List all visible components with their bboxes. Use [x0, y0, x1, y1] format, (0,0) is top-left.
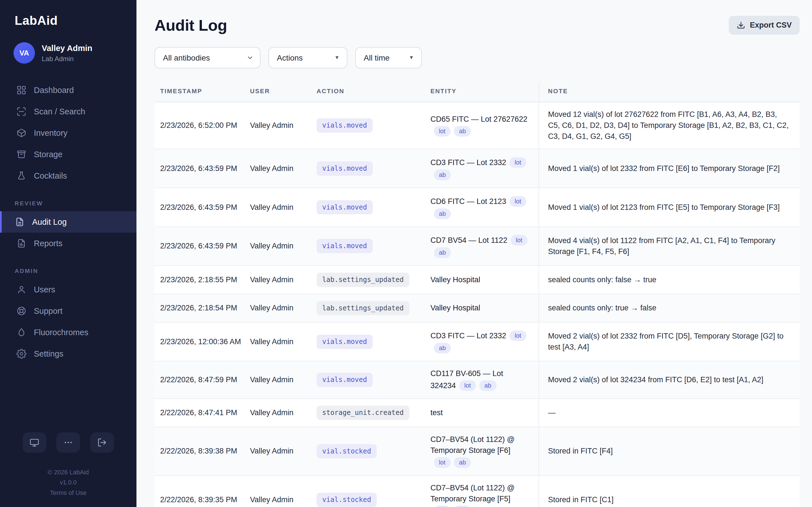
sidebar-item-label: Audit Log — [32, 217, 67, 227]
row-note: Moved 2 vial(s) of lot 324234 from FITC … — [539, 361, 800, 399]
action-badge: vial.stocked — [317, 444, 377, 459]
sidebar-item-label: Support — [34, 306, 63, 316]
export-csv-button[interactable]: Export CSV — [729, 16, 800, 35]
ab-badge: ab — [434, 343, 451, 353]
display-mode-button[interactable] — [22, 432, 46, 453]
table-row: 2/23/2026, 6:43:59 PM Valley Admin vials… — [154, 227, 800, 266]
sidebar-item-inventory[interactable]: Inventory — [0, 122, 137, 144]
sidebar-item-label: Inventory — [34, 128, 67, 138]
ab-badge: ab — [434, 209, 451, 219]
ab-badge: ab — [454, 457, 471, 468]
action-badge: lab.settings_updated — [317, 301, 409, 316]
row-note: Moved 2 vial(s) of lot 2332 from FITC [D… — [539, 322, 800, 361]
action-badge: vials.moved — [317, 373, 373, 387]
row-user: Valley Admin — [250, 188, 317, 227]
sidebar-item-label: Users — [34, 285, 55, 294]
dashboard-icon — [16, 85, 27, 95]
row-user: Valley Admin — [250, 361, 317, 399]
sidebar: LabAid VA Valley Admin Lab Admin Dashboa… — [0, 0, 137, 507]
audit-log-icon — [15, 217, 25, 227]
user-profile[interactable]: VA Valley Admin Lab Admin — [0, 27, 137, 67]
row-note: sealed counts only: false → true — [539, 266, 800, 294]
entity-badges: lotab — [430, 458, 471, 467]
audit-table-body: 2/23/2026, 6:52:00 PM Valley Admin vials… — [154, 102, 800, 507]
lot-badge: lot — [509, 330, 526, 341]
action-badge: vials.moved — [317, 161, 373, 176]
download-icon — [737, 21, 745, 30]
sidebar-item-cocktails[interactable]: Cocktails — [0, 165, 137, 186]
audit-log-table: TIMESTAMP USER ACTION ENTITY NOTE 2/23/2… — [154, 82, 800, 507]
main-content: Audit Log Export CSV All antibodies Acti… — [137, 0, 812, 507]
row-timestamp: 2/22/2026, 8:47:59 PM — [154, 361, 250, 399]
row-note: Stored in FITC [C1] — [539, 475, 800, 507]
entity-name: Valley Hospital — [430, 276, 480, 284]
version-text: v1.0.0 — [0, 477, 137, 488]
ab-badge: ab — [434, 170, 451, 180]
row-timestamp: 2/22/2026, 8:47:41 PM — [154, 399, 250, 427]
lifebuoy-icon — [16, 306, 27, 316]
table-row: 2/22/2026, 8:47:59 PM Valley Admin vials… — [154, 361, 800, 399]
sidebar-item-reports[interactable]: Reports — [0, 233, 137, 254]
entity-name: CD7–BV54 (Lot 1122) @ Temporary Storage … — [430, 435, 515, 455]
sidebar-item-support[interactable]: Support — [0, 300, 137, 322]
sidebar-item-label: Scan / Search — [34, 107, 85, 116]
sidebar-item-label: Settings — [34, 349, 63, 358]
action-badge: vials.moved — [317, 118, 373, 133]
sidebar-item-fluorochromes[interactable]: Fluorochromes — [0, 322, 137, 343]
row-note: Moved 1 vial(s) of lot 2123 from FITC [E… — [539, 188, 800, 227]
time-filter-select[interactable]: All time — [355, 47, 422, 68]
filter-bar: All antibodies Actions ▼ All time ▼ — [154, 47, 800, 68]
sidebar-item-storage[interactable]: Storage — [0, 144, 137, 165]
action-badge: storage_unit.created — [317, 406, 409, 420]
sidebar-item-dashboard[interactable]: Dashboard — [0, 79, 137, 101]
archive-icon — [16, 149, 27, 159]
box-icon — [16, 128, 27, 138]
lot-badge: lot — [434, 457, 451, 468]
ab-badge: ab — [479, 380, 496, 391]
ab-badge: ab — [454, 506, 471, 507]
table-row: 2/22/2026, 8:47:41 PM Valley Admin stora… — [154, 399, 800, 427]
sidebar-item-scan-search[interactable]: Scan / Search — [0, 101, 137, 122]
sidebar-item-audit-log[interactable]: Audit Log — [0, 211, 137, 233]
section-label-admin: ADMIN — [0, 254, 137, 279]
lot-badge: lot — [511, 235, 527, 245]
entity-badges: lotab — [430, 127, 471, 135]
more-options-button[interactable] — [56, 432, 80, 453]
row-note: Moved 1 vial(s) of lot 2332 from FITC [E… — [539, 149, 800, 188]
logout-button[interactable] — [90, 432, 114, 453]
sidebar-item-settings[interactable]: Settings — [0, 343, 137, 364]
lot-badge: lot — [459, 380, 476, 391]
action-badge: vials.moved — [317, 200, 373, 215]
entity-name: CD7–BV54 (Lot 1122) @ Temporary Storage … — [430, 484, 515, 503]
column-header-timestamp: TIMESTAMP — [154, 82, 250, 102]
terms-link[interactable]: Terms of Use — [0, 488, 137, 498]
gear-icon — [16, 349, 27, 359]
sidebar-item-label: Cocktails — [34, 171, 67, 180]
sidebar-item-users[interactable]: Users — [0, 279, 137, 300]
app-logo: LabAid — [0, 0, 137, 27]
table-row: 2/23/2026, 2:18:55 PM Valley Admin lab.s… — [154, 266, 800, 294]
table-row: 2/23/2026, 6:43:59 PM Valley Admin vials… — [154, 188, 800, 227]
table-row: 2/22/2026, 8:39:38 PM Valley Admin vial.… — [154, 427, 800, 475]
scan-icon — [16, 107, 27, 117]
table-row: 2/22/2026, 8:39:35 PM Valley Admin vial.… — [154, 475, 800, 507]
logout-icon — [97, 438, 107, 447]
row-user: Valley Admin — [250, 102, 317, 149]
export-csv-label: Export CSV — [750, 21, 792, 30]
row-timestamp: 2/23/2026, 2:18:54 PM — [154, 294, 250, 323]
sidebar-item-label: Fluorochromes — [34, 328, 88, 337]
page-title: Audit Log — [154, 16, 227, 34]
app-window: LabAid VA Valley Admin Lab Admin Dashboa… — [0, 0, 812, 507]
row-timestamp: 2/22/2026, 8:39:35 PM — [154, 475, 250, 507]
row-timestamp: 2/23/2026, 12:00:36 AM — [154, 322, 250, 361]
antibody-filter-select[interactable]: All antibodies — [154, 47, 260, 68]
ellipsis-icon — [63, 438, 73, 447]
table-row: 2/23/2026, 2:18:54 PM Valley Admin lab.s… — [154, 294, 800, 323]
entity-badges: lotab — [456, 381, 497, 390]
row-timestamp: 2/23/2026, 6:43:59 PM — [154, 188, 250, 227]
action-filter-select[interactable]: Actions — [268, 47, 347, 68]
sidebar-item-label: Reports — [34, 239, 63, 248]
flask-icon — [16, 171, 27, 181]
row-note: Moved 4 vial(s) of lot 1122 from FITC [A… — [539, 227, 800, 266]
action-badge: vial.stocked — [317, 493, 377, 507]
